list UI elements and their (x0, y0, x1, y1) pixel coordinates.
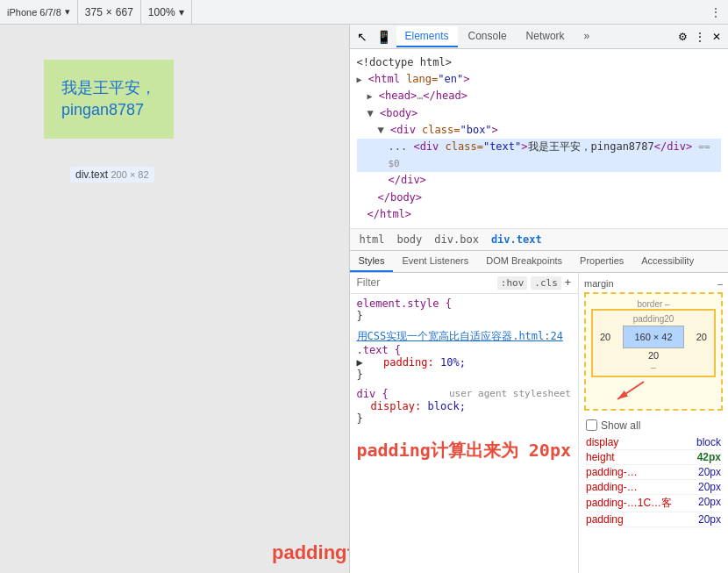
computed-prop-height: height 42px (586, 450, 721, 465)
padding-right: 20 (693, 330, 710, 344)
css-rule-text-close: } (357, 369, 572, 381)
svg-line-1 (617, 382, 644, 399)
element-label: div.text 200 × 82 (70, 167, 154, 183)
html-line-close-body: </body> (357, 190, 722, 206)
zoom-selector[interactable]: 100% ▾ (141, 0, 192, 24)
breadcrumb-div-text[interactable]: div.text (489, 233, 545, 247)
css-user-agent-label: user agent stylesheet (449, 388, 571, 400)
hov-badge[interactable]: :hov (497, 276, 528, 290)
x-separator: × (106, 6, 112, 18)
mobile-icon[interactable]: 📱 (373, 30, 395, 44)
css-rules-panel: :hov .cls + element.style { } (350, 273, 580, 573)
box-model: margin – border – padding20 (579, 273, 728, 416)
css-selector-text: .text { (357, 344, 572, 356)
computed-props: Show all display block height 42px paddi… (579, 416, 728, 531)
tab-event-listeners[interactable]: Event Listeners (393, 251, 477, 272)
tab-accessibility[interactable]: Accessibility (632, 251, 703, 272)
show-all-row: Show all (586, 419, 721, 432)
breadcrumb: html body div.box div.text (350, 229, 729, 251)
html-line-html: ▶ <html lang="en"> (357, 71, 722, 88)
tab-more[interactable]: » (575, 26, 599, 47)
tab-properties[interactable]: Properties (571, 251, 632, 272)
browser-preview: 我是王平安， pingan8787 div.text 200 × 82 padd… (0, 25, 350, 573)
box-model-border: padding20 20 160 × 42 20 20 – (591, 309, 716, 377)
top-bar-icons: ⋮ (703, 0, 728, 24)
prop-value-display: block (696, 436, 721, 448)
css-rule-div-header: div { user agent stylesheet (357, 388, 572, 400)
add-style-icon[interactable]: + (565, 276, 571, 289)
padding-annotation: padding计算出来为 20px (272, 540, 350, 566)
html-line-div-text[interactable]: ... <div class="text">我是王平安，pingan8787</… (357, 139, 722, 172)
element-tag: div.text (75, 168, 108, 181)
viewport-width: 375 (85, 6, 103, 18)
devtools-panel: ↖ 📱 Elements Console Network » ⚙ ⋮ ✕ <!d… (350, 25, 729, 573)
padding-left: 20 (596, 330, 614, 344)
css-rule-element-style: element.style { } (357, 297, 572, 322)
cls-badge[interactable]: .cls (531, 276, 561, 290)
padding-bottom: 20 (596, 350, 710, 361)
box-model-outer: border – padding20 20 160 × 42 20 20 (584, 292, 723, 411)
filter-input[interactable] (357, 276, 494, 289)
html-line-body: ▼ <body> (357, 105, 722, 122)
breadcrumb-body[interactable]: body (394, 233, 425, 247)
computed-prop-padding-4: padding 20px (586, 512, 721, 527)
filter-bar: :hov .cls + (350, 273, 579, 294)
device-label: iPhone 6/7/8 (7, 7, 61, 18)
padding-label: padding20 (596, 314, 710, 324)
prop-value-padding-2: 20px (698, 481, 721, 493)
tab-console[interactable]: Console (460, 26, 516, 47)
css-property-display: display: block; (357, 400, 572, 412)
box-model-inner: 20 160 × 42 20 (596, 326, 710, 348)
zoom-label: 100% (148, 6, 175, 18)
close-devtools-icon[interactable]: ✕ (712, 31, 721, 43)
prop-value-padding-1: 20px (698, 466, 721, 478)
tab-dom-breakpoints[interactable]: DOM Breakpoints (477, 251, 571, 272)
element-dimensions: 200 × 82 (111, 169, 148, 180)
chevron-down-icon: ▾ (65, 6, 70, 18)
top-bar: iPhone 6/7/8 ▾ 375 × 667 100% ▾ ⋮ (0, 0, 728, 25)
css-rule-text-header: 用CSS实现一个宽高比自适应容器.html:24 (357, 329, 572, 344)
breadcrumb-html[interactable]: html (357, 233, 388, 247)
box-model-inner-dash: – (596, 362, 710, 372)
red-arrow-svg (600, 377, 653, 404)
styles-panel: :hov .cls + element.style { } (350, 273, 729, 573)
tab-styles[interactable]: Styles (350, 251, 394, 272)
prop-name-padding-1: padding-… (586, 466, 638, 478)
prop-name-height: height (586, 451, 615, 463)
text-element: 我是王平安， pingan8787 (61, 77, 156, 121)
breadcrumb-div-box[interactable]: div.box (432, 233, 482, 247)
computed-prop-padding-2: padding-… 20px (586, 480, 721, 495)
computed-prop-padding-1: padding-… 20px (586, 465, 721, 480)
box-model-computed-panel: margin – border – padding20 (579, 273, 728, 573)
style-tabs: Styles Event Listeners DOM Breakpoints P… (350, 251, 729, 273)
margin-label: margin – (584, 278, 723, 289)
show-all-label: Show all (601, 419, 640, 432)
prop-name-display: display (586, 436, 618, 448)
computed-prop-display: display block (586, 435, 721, 450)
cursor-icon[interactable]: ↖ (353, 30, 371, 44)
show-all-checkbox[interactable] (586, 419, 597, 431)
prop-value-padding-4: 20px (698, 513, 721, 526)
html-line-doctype: <!doctype html> (357, 54, 722, 71)
viewport-height: 667 (116, 6, 133, 18)
tab-network[interactable]: Network (517, 26, 574, 47)
html-line-close-html: </html> (357, 206, 722, 223)
css-source-link[interactable]: 用CSS实现一个宽高比自适应容器.html:24 (357, 329, 563, 344)
css-rule-div: div { user agent stylesheet display: blo… (357, 388, 572, 425)
prop-name-padding-2: padding-… (586, 481, 638, 493)
settings-icon[interactable]: ⚙ (678, 31, 688, 43)
tab-elements[interactable]: Elements (396, 26, 458, 47)
css-property-padding: ▶ padding: 10%; (357, 356, 572, 369)
device-selector[interactable]: iPhone 6/7/8 ▾ (0, 0, 78, 24)
css-selector-element-style: element.style { (357, 297, 572, 310)
html-source: <!doctype html> ▶ <html lang="en"> ▶ <he… (350, 49, 729, 229)
border-label-top: border – (591, 299, 716, 309)
padding-calc-annotation: padding计算出来为 20px (350, 435, 579, 466)
html-line-div-box: ▼ <div class="box"> (357, 122, 722, 139)
devtools-more-icon[interactable]: ⋮ (695, 31, 705, 43)
css-rules: element.style { } 用CSS实现一个宽高比自适应容器.html:… (350, 294, 579, 435)
more-icon[interactable]: ⋮ (710, 6, 721, 18)
box-element: 我是王平安， pingan8787 (44, 60, 174, 139)
css-close-brace: } (357, 310, 572, 322)
annotation-area: padding计算出来为 20px (350, 435, 579, 488)
